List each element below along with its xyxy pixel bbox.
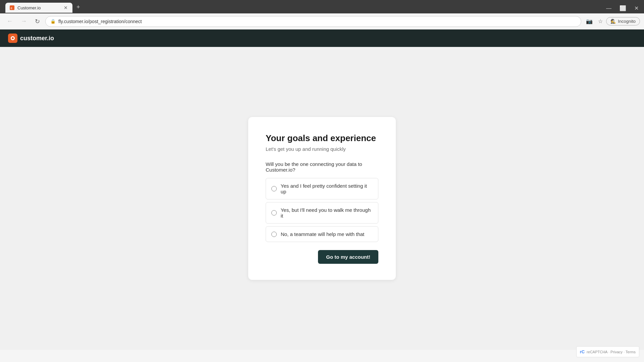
active-tab[interactable]: c Customer.io ✕ [5, 3, 72, 13]
option-teammate[interactable]: No, a teammate will help me with that [266, 226, 378, 242]
main-content: Your goals and experience Let's get you … [0, 47, 644, 350]
incognito-label: Incognito [618, 19, 636, 24]
card-subtitle: Let's get you up and running quickly [266, 146, 378, 152]
toolbar-actions: 📷 ☆ 🕵 Incognito [584, 17, 640, 26]
option-walkthrough-label: Yes, but I'll need you to walk me throug… [281, 207, 373, 219]
bookmark-icon[interactable]: ☆ [596, 17, 605, 26]
card-title: Your goals and experience [266, 133, 378, 143]
camera-icon[interactable]: 📷 [584, 17, 595, 26]
cta-button[interactable]: Go to my account! [318, 250, 378, 264]
radio-confident[interactable] [271, 186, 277, 191]
logo-icon [8, 34, 17, 43]
tab-close-button[interactable]: ✕ [63, 4, 68, 11]
url-text: fly.customer.io/post_registration/connec… [58, 19, 576, 24]
option-teammate-label: No, a teammate will help me with that [281, 231, 364, 237]
logo: customer.io [8, 34, 54, 43]
option-confident-label: Yes and I feel pretty confident setting … [281, 183, 373, 194]
question-text: Will you be the one connecting your data… [266, 161, 378, 173]
reload-button[interactable]: ↻ [32, 16, 43, 26]
new-tab-button[interactable]: + [74, 2, 83, 12]
minimize-button[interactable]: — [603, 4, 614, 13]
app-header: customer.io [0, 29, 644, 47]
close-button[interactable]: ✕ [632, 4, 641, 13]
option-confident[interactable]: Yes and I feel pretty confident setting … [266, 178, 378, 199]
forward-button[interactable]: → [18, 16, 30, 26]
recaptcha-text: reCAPTCHA · Privacy · Terms [587, 350, 636, 354]
address-bar[interactable]: 🔒 fly.customer.io/post_registration/conn… [45, 16, 581, 27]
option-walkthrough[interactable]: Yes, but I'll need you to walk me throug… [266, 202, 378, 224]
back-button[interactable]: ← [4, 16, 15, 26]
lock-icon: 🔒 [50, 19, 56, 24]
browser-titlebar: c Customer.io ✕ + — ⬜ ✕ [0, 0, 644, 13]
logo-text: customer.io [20, 35, 54, 42]
radio-walkthrough[interactable] [271, 210, 277, 216]
svg-point-4 [12, 37, 14, 39]
tab-title: Customer.io [17, 5, 60, 10]
recaptcha-logo: rC [580, 349, 585, 354]
svg-text:c: c [11, 6, 12, 10]
incognito-hat-icon: 🕵 [610, 19, 616, 24]
maximize-button[interactable]: ⬜ [617, 4, 629, 13]
recaptcha-badge: rC reCAPTCHA · Privacy · Terms [576, 346, 639, 357]
tab-favicon: c [9, 5, 15, 10]
window-controls: — ⬜ ✕ [603, 4, 641, 13]
browser-toolbar: ← → ↻ 🔒 fly.customer.io/post_registratio… [0, 13, 644, 29]
radio-teammate[interactable] [271, 232, 277, 237]
incognito-button[interactable]: 🕵 Incognito [606, 17, 640, 25]
card: Your goals and experience Let's get you … [248, 117, 396, 280]
